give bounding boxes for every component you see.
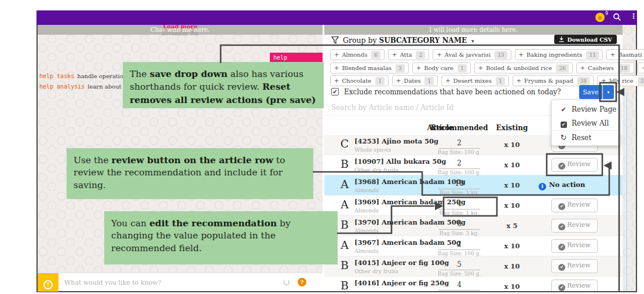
bag-size-label: Bag Size: 1 kg. <box>427 210 491 216</box>
bag-size-label: Bag Size: 100 g. <box>427 251 491 256</box>
review-button[interactable]: ✔Review <box>551 259 598 273</box>
chip-count-badge: 26 <box>556 64 568 72</box>
filter-chip[interactable]: + Dates 1 <box>392 75 438 86</box>
review-button[interactable]: ✔Review <box>551 239 598 253</box>
article-subcategory: Other dry fruits <box>354 167 398 173</box>
plus-icon: + <box>437 52 441 58</box>
recommended-cell: 6 Bag Size: 3 kg. <box>427 218 491 236</box>
filter-chip[interactable]: + Baking ingredients 11 <box>515 49 603 60</box>
chip-count-badge: 1 <box>375 77 385 85</box>
chip-count-badge: 18 <box>618 64 630 72</box>
recommended-value-field[interactable]: 2 <box>438 139 480 149</box>
recommended-value-field[interactable]: 2 <box>438 159 480 169</box>
grade-badge: A <box>337 198 352 211</box>
filter-chip[interactable]: + Blended masalas 3 <box>330 63 409 74</box>
help-icon[interactable]: ? <box>298 278 306 286</box>
checked-box-icon: ✔ <box>559 117 568 131</box>
grade-badge: C <box>337 137 352 150</box>
filter-chip[interactable]: + Desert mixes 1 <box>441 75 508 86</box>
annotation-note-save-dropdown: The save drop down also has various shor… <box>123 62 324 108</box>
article-subcategory: Almonds <box>354 207 379 214</box>
recommended-value-field[interactable]: 2 <box>438 240 480 250</box>
menu-item-reset[interactable]: ↻Reset <box>552 131 619 145</box>
filter-chip[interactable]: + Aval & javvarisi 13 <box>433 49 511 60</box>
recommended-value-field[interactable]: 5 <box>438 260 480 270</box>
filter-chip[interactable]: + Atta 2 <box>388 49 429 60</box>
recommended-value-field[interactable]: 4 <box>438 281 480 291</box>
menu-item-review-all[interactable]: ✔Review All <box>552 116 619 130</box>
existing-value: x 10 <box>495 201 529 210</box>
filter-chip[interactable]: + Channa dal 7 <box>638 63 644 74</box>
notification-count: 9 <box>605 11 608 16</box>
chip-count-badge: 38 <box>577 77 590 85</box>
menu-item-review-page[interactable]: ✔Review Page <box>552 102 619 116</box>
save-dropdown-toggle[interactable]: ▾ <box>603 85 614 99</box>
table-row: A [3969] American badam 250g Almonds 4 B… <box>324 196 623 216</box>
article-subcategory: Almonds <box>354 187 379 193</box>
circle-check-icon: ✔ <box>558 284 565 291</box>
article-table: C [4253] Ajino mota 50g Whole spices 2 B… <box>324 135 623 291</box>
existing-value: x 10 <box>495 181 529 189</box>
save-button[interactable]: Save <box>579 85 602 99</box>
chat-help-line[interactable]: help taskshandle operatio <box>39 73 123 79</box>
chip-count-badge: 2 <box>416 51 425 59</box>
review-button[interactable]: ✔Review <box>551 219 598 233</box>
plus-icon: + <box>580 65 585 71</box>
filter-chip[interactable]: + Boiled & unboiled rice 26 <box>474 63 573 74</box>
filter-chip[interactable]: + Cashews 18 <box>576 63 635 74</box>
exclude-checkbox[interactable]: ✔ <box>331 88 339 95</box>
no-action-status: iNo action <box>539 181 602 190</box>
filter-chip[interactable]: + Basmati rice 2 <box>606 49 644 60</box>
recommended-cell: 2 Bag Size: 100 g. <box>427 137 491 155</box>
download-csv-button[interactable]: Download CSV <box>554 35 617 44</box>
exclude-label: Exclude recommendations that have been a… <box>344 88 561 96</box>
send-button[interactable]: ↑ <box>38 273 58 292</box>
circle-check-icon: ✔ <box>558 264 565 271</box>
plus-icon: + <box>445 78 450 84</box>
existing-value: x 10 <box>495 242 529 250</box>
chat-help-line[interactable]: help analysislearn about e <box>39 83 127 90</box>
search-icon[interactable] <box>613 13 621 21</box>
circle-check-icon: ✔ <box>558 244 565 251</box>
article-name: [4253] Ajino mota 50g <box>354 137 438 145</box>
notification-badge-icon[interactable]: ● <box>595 13 605 22</box>
review-button[interactable]: ✔Review <box>551 158 598 172</box>
circle-check-icon: ✔ <box>558 223 565 230</box>
bag-size-label: Bag Size: 1 kg. <box>427 190 491 196</box>
chip-count-badge: 13 <box>495 51 507 59</box>
scrollbar[interactable] <box>626 93 627 291</box>
chip-count-badge: 11 <box>586 51 598 59</box>
chat-date: December, 9th <box>38 31 323 36</box>
table-row: B [4015] Anjeer or fig 100g Other dry fr… <box>324 256 623 277</box>
grade-badge: B <box>337 279 352 291</box>
up-arrow-icon: ↑ <box>43 280 53 289</box>
plus-icon: + <box>601 78 606 84</box>
filter-chip[interactable]: + Chocolate 1 <box>330 75 389 86</box>
recommended-cell: 4 <box>427 278 491 291</box>
annotation-note-edit-recommendation: You can edit the recommendation by chang… <box>104 211 338 264</box>
kebab-menu-icon[interactable]: ⋮ <box>630 12 637 20</box>
circle-check-icon: ✔ <box>558 163 565 170</box>
bag-size-label: Bag Size: 100 g. <box>427 149 491 155</box>
recommended-value-field[interactable]: 10 <box>438 179 480 189</box>
table-row: B [10907] Allu bukara 50g Other dry frui… <box>324 155 623 175</box>
recommended-cell: 10 Bag Size: 1 kg. <box>427 177 491 196</box>
article-subcategory: Almonds <box>354 227 379 234</box>
filter-chip[interactable]: + Almonds 6 <box>330 49 385 60</box>
details-panel-title: I will load more details here. <box>324 25 623 35</box>
download-icon <box>559 36 564 42</box>
plus-icon: + <box>478 65 483 71</box>
plus-icon: + <box>416 65 421 71</box>
recommended-value-field[interactable]: 4 <box>438 200 480 210</box>
review-button[interactable]: ✔Review <box>551 280 598 291</box>
plus-icon: + <box>610 52 615 58</box>
recommended-value-field[interactable]: 6 <box>438 220 480 230</box>
existing-value: x 10 <box>495 282 529 291</box>
bag-size-label: Bag Size: 500 g. <box>427 271 491 277</box>
chip-count-badge: 3 <box>396 64 405 72</box>
group-by-control[interactable]: Group by SUBCATEGORY NAME ▾ <box>343 36 474 45</box>
filter-chip[interactable]: + Body care 1 <box>412 63 471 74</box>
review-button[interactable]: ✔Review <box>551 199 598 212</box>
chat-input[interactable] <box>64 275 284 289</box>
filter-icon <box>331 36 339 44</box>
